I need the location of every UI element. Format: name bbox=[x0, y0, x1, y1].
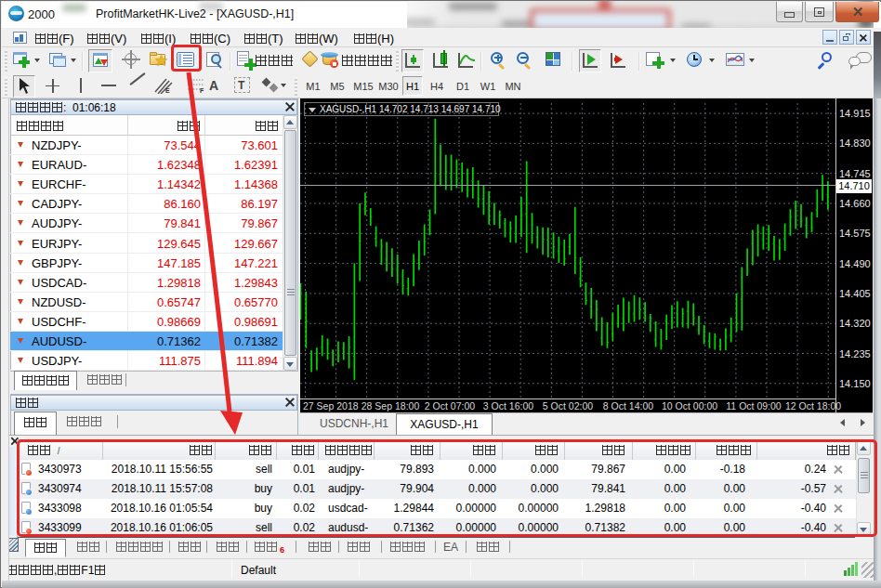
svg-text:F: F bbox=[200, 87, 204, 94]
svg-text:E: E bbox=[165, 87, 170, 94]
